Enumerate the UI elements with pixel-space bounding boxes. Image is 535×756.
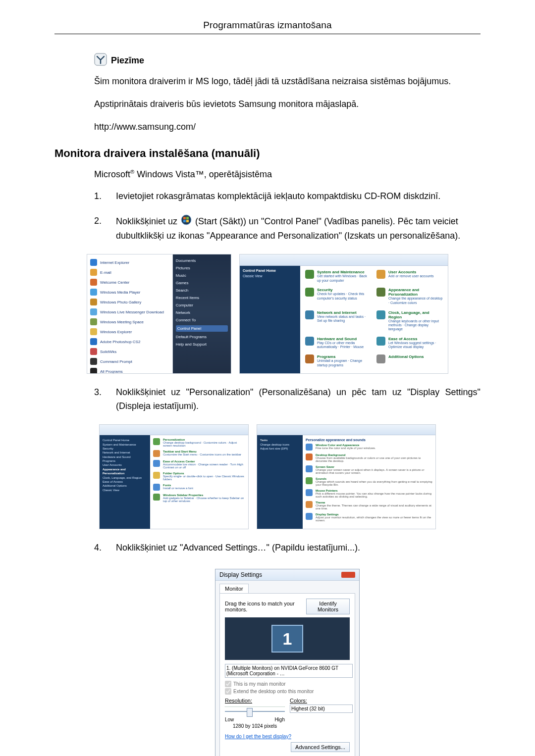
start-menu-item[interactable]: Adobe Photoshop CS2 bbox=[89, 337, 170, 347]
monitor-arrangement-area[interactable]: 1 bbox=[225, 617, 350, 660]
start-menu-item[interactable]: Windows Explorer bbox=[89, 327, 170, 337]
start-menu-right-item[interactable]: Network bbox=[176, 310, 228, 315]
sidebar-item[interactable]: Programs bbox=[103, 459, 147, 463]
start-menu-right-item[interactable]: Games bbox=[176, 281, 228, 285]
start-menu-right-item[interactable]: Search bbox=[176, 288, 228, 293]
control-panel-category[interactable]: SecurityCheck for updates · Check this c… bbox=[305, 288, 372, 307]
start-menu-right-item[interactable]: Recent Items bbox=[176, 296, 228, 300]
appearance-item[interactable]: Folder OptionsSpecify single- or double-… bbox=[153, 472, 245, 481]
identify-monitors-button[interactable]: Identify Monitors bbox=[306, 599, 350, 614]
personalization-item[interactable]: Mouse PointersPick a different mouse poi… bbox=[306, 489, 432, 498]
screenshot-appearance-and-personalization: Control Panel HomeSystem and Maintenance… bbox=[99, 424, 249, 529]
colors-dropdown[interactable]: Highest (32 bit) bbox=[290, 705, 353, 713]
sidebar-item[interactable]: System and Maintenance bbox=[103, 443, 147, 447]
start-menu-item[interactable]: E-mail bbox=[89, 267, 170, 277]
app-icon bbox=[90, 368, 97, 374]
step-4: 4. Noklikšķiniet uz "Advanced Settings…"… bbox=[94, 541, 481, 555]
appearance-item[interactable]: Taskbar and Start MenuCustomize the Star… bbox=[153, 450, 245, 457]
personalization-item[interactable]: Window Color and AppearanceFine tune the… bbox=[306, 444, 432, 451]
control-panel-category[interactable]: Hardware and SoundPlay CDs or other medi… bbox=[305, 337, 372, 352]
start-menu-right-item[interactable]: Computer bbox=[176, 303, 228, 307]
close-icon[interactable] bbox=[341, 572, 355, 578]
start-menu-right-item[interactable]: Documents bbox=[176, 258, 228, 263]
note-url-link[interactable]: http://www.samsung.com/ bbox=[94, 122, 196, 132]
app-icon bbox=[90, 328, 97, 335]
sidebar-item[interactable]: Clock, Language, and Region bbox=[103, 476, 147, 480]
category-icon bbox=[305, 270, 314, 279]
personalization-item[interactable]: SoundsChange which sounds are heard when… bbox=[306, 477, 432, 486]
start-menu-item[interactable]: All Programs bbox=[89, 366, 170, 374]
sidebar-item[interactable]: Appearance and Personalization bbox=[103, 467, 147, 476]
advanced-settings-button[interactable]: Advanced Settings... bbox=[291, 742, 350, 752]
sidebar-item[interactable]: Control Panel Home bbox=[103, 438, 147, 442]
start-menu-item[interactable]: Windows Media Player bbox=[89, 287, 170, 297]
sidebar-item[interactable]: Network and Internet bbox=[103, 451, 147, 454]
tab-monitor[interactable]: Monitor bbox=[219, 584, 249, 593]
note-label: Piezīme bbox=[111, 55, 144, 66]
screenshot-display-settings-dialog: Display Settings Monitor Drag the icons … bbox=[215, 569, 360, 756]
steps-list-2: 3. Noklikšķiniet uz "Personalization" (P… bbox=[94, 386, 481, 413]
resolution-label: Resolution: bbox=[225, 698, 285, 704]
sidebar-item[interactable]: User Accounts bbox=[103, 463, 147, 467]
help-link[interactable]: How do I get the best display? bbox=[225, 734, 291, 739]
category-icon bbox=[376, 288, 385, 297]
monitor-dropdown[interactable]: 1. (Multiple Monitors) on NVIDIA GeForce… bbox=[225, 664, 353, 678]
start-menu-item[interactable]: Internet Explorer bbox=[89, 257, 170, 267]
category-icon bbox=[376, 354, 385, 363]
resolution-slider[interactable] bbox=[225, 706, 285, 716]
start-menu-right-item[interactable]: Control Panel bbox=[176, 325, 228, 332]
step-2: 2. Noklikšķiniet uz (Start (Sākt)) un "C… bbox=[94, 214, 481, 244]
sidebar-item[interactable]: Security bbox=[103, 447, 147, 451]
sidebar-item[interactable]: Ease of Access bbox=[103, 480, 147, 484]
appearance-item[interactable]: FontsInstall or remove a font bbox=[153, 484, 245, 491]
start-menu-item[interactable]: Welcome Center bbox=[89, 277, 170, 287]
item-icon bbox=[306, 465, 313, 472]
item-icon bbox=[306, 513, 313, 520]
personalization-item[interactable]: Screen SaverChange your screen saver or … bbox=[306, 465, 432, 474]
control-panel-category[interactable]: Additional Options bbox=[376, 354, 443, 369]
appearance-item[interactable]: Ease of Access CenterAccommodate low vis… bbox=[153, 460, 245, 469]
start-menu-right-item[interactable]: Pictures bbox=[176, 266, 228, 270]
colors-label: Colors: bbox=[290, 698, 350, 704]
control-panel-category[interactable]: System and MaintenanceGet started with W… bbox=[305, 270, 372, 285]
start-menu-item[interactable]: SolidWks bbox=[89, 347, 170, 356]
sidebar-item[interactable]: Additional Options bbox=[103, 484, 147, 488]
personalization-item[interactable]: ThemeChange the theme. Themes can change… bbox=[306, 501, 432, 510]
app-icon bbox=[90, 318, 97, 325]
sidebar-item[interactable]: Classic View bbox=[103, 488, 147, 492]
appearance-item[interactable]: PersonalizationChange desktop background… bbox=[153, 438, 245, 447]
control-panel-category[interactable]: Appearance and PersonalizationChange the… bbox=[376, 288, 443, 307]
start-menu-right-item[interactable]: Connect To bbox=[176, 318, 228, 322]
start-menu-item[interactable]: Windows Live Messenger Download bbox=[89, 307, 170, 317]
category-icon bbox=[305, 354, 314, 363]
start-menu-item[interactable]: Command Prompt bbox=[89, 356, 170, 366]
personalization-item[interactable]: Desktop BackgroundChoose from available … bbox=[306, 454, 432, 462]
note-icon bbox=[94, 53, 107, 68]
control-panel-category[interactable]: User AccountsAdd or remove user accounts bbox=[376, 270, 443, 285]
control-panel-category[interactable]: Ease of AccessLet Windows suggest settin… bbox=[376, 337, 443, 352]
extend-desktop-checkbox: Extend the desktop onto this monitor bbox=[225, 688, 350, 695]
screenshot-personalization: Tasks Change desktop icons Adjust font s… bbox=[257, 424, 436, 529]
control-panel-category[interactable]: Network and InternetView network status … bbox=[305, 310, 372, 334]
dialog-title: Display Settings bbox=[219, 569, 262, 580]
control-panel-category[interactable]: Clock, Language, and RegionChange keyboa… bbox=[376, 310, 443, 334]
sidebar-item[interactable]: Hardware and Sound bbox=[103, 455, 147, 459]
start-menu-right-item[interactable]: Music bbox=[176, 273, 228, 278]
step-text: Ievietojiet rokasgrāmatas komplektācijā … bbox=[116, 190, 481, 203]
note-paragraph-1: Šim monitora draiverim ir MS logo, tādēļ… bbox=[94, 75, 476, 89]
steps-list: 1. Ievietojiet rokasgrāmatas komplektāci… bbox=[94, 190, 481, 244]
start-menu-right-item[interactable]: Help and Support bbox=[176, 342, 228, 347]
category-icon bbox=[376, 337, 385, 346]
main-monitor-checkbox: This is my main monitor bbox=[225, 681, 350, 687]
header-divider bbox=[54, 34, 481, 34]
app-icon bbox=[90, 348, 97, 355]
monitor-tile-1[interactable]: 1 bbox=[271, 625, 303, 653]
category-icon bbox=[376, 310, 385, 319]
appearance-item[interactable]: Windows Sidebar PropertiesAdd gadgets to… bbox=[153, 494, 245, 503]
control-panel-category[interactable]: ProgramsUninstall a program · Change sta… bbox=[305, 354, 372, 369]
start-menu-item[interactable]: Windows Photo Gallery bbox=[89, 297, 170, 307]
personalization-item[interactable]: Display SettingsAdjust your monitor reso… bbox=[306, 513, 432, 522]
start-menu-item[interactable]: Windows Meeting Space bbox=[89, 317, 170, 327]
step-number: 4. bbox=[94, 541, 105, 555]
start-menu-right-item[interactable]: Default Programs bbox=[176, 335, 228, 339]
